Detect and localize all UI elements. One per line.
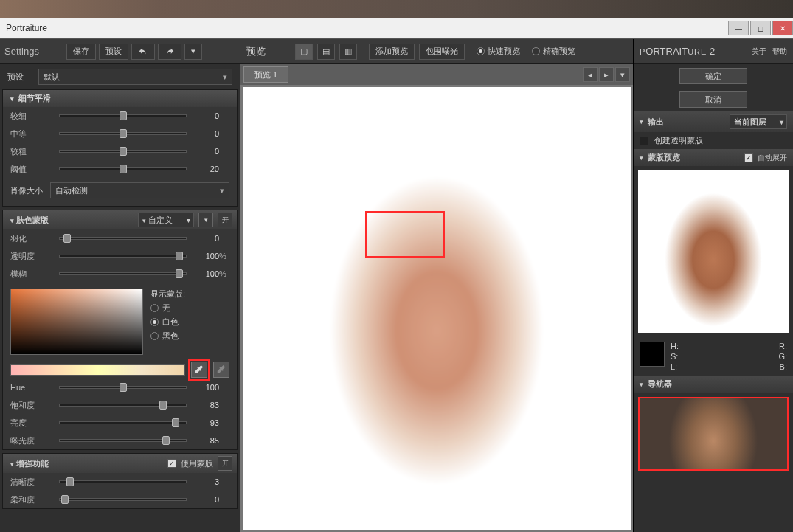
mask-preview-thumb[interactable] — [638, 170, 789, 333]
preview-header: 预览 ▢ ▤ ▥ 添加预览 包围曝光 快速预览 精确预览 — [240, 39, 633, 64]
about-link[interactable]: 关于 — [752, 46, 766, 57]
slider-exposure-track[interactable] — [59, 439, 187, 442]
slider-softness-track[interactable] — [59, 498, 187, 501]
add-preview-button[interactable]: 添加预览 — [369, 44, 415, 60]
skin-mode-dropdown[interactable]: 自定义 — [138, 213, 194, 227]
slider-hue: Hue 100 — [3, 379, 237, 396]
preset-button[interactable]: 预设 — [99, 44, 128, 60]
bracket-exposure-button[interactable]: 包围曝光 — [419, 44, 465, 60]
portrait-size-dropdown[interactable]: 自动检测 — [50, 182, 229, 198]
eyedropper-highlight — [188, 359, 210, 381]
slider-fine: 较细 0 — [3, 107, 237, 125]
detail-smooth-section: 细节平滑 较细 0 中等 0 较粗 0 阈值 20 肖像大 — [2, 89, 238, 207]
use-mask-checkbox[interactable]: ✓ — [167, 459, 176, 468]
skin-expand-button[interactable]: 开 — [218, 213, 232, 227]
view-split-h-button[interactable]: ▤ — [317, 44, 335, 60]
skin-mode-dropdown-arrow[interactable]: ▾ — [198, 213, 213, 227]
tab-menu-button[interactable]: ▾ — [615, 67, 630, 82]
hue-gradient[interactable] — [10, 364, 185, 376]
window-title-bar: Portraiture — ◻ ✕ — [0, 18, 793, 39]
preview-panel: 预览 ▢ ▤ ▥ 添加预览 包围曝光 快速预览 精确预览 预览 1 ◂ ▸ ▾ — [240, 39, 634, 532]
portrait-size-row: 肖像大小 自动检测 — [3, 178, 237, 206]
slider-exposure: 曝光度 85 — [3, 432, 237, 449]
window-controls: — ◻ ✕ — [727, 21, 793, 35]
preview-title: 预览 — [246, 45, 291, 58]
preview-area[interactable] — [240, 85, 633, 532]
mask-black[interactable]: 黑色 — [150, 331, 185, 342]
slider-coarse: 较粗 0 — [3, 142, 237, 160]
mask-none[interactable]: 无 — [150, 303, 185, 314]
fast-preview-radio[interactable]: 快速预览 — [477, 46, 520, 57]
hsl-readout: H:R: S:G: L:B: — [634, 337, 793, 376]
settings-header: Settings 保存 预设 ▾ — [0, 39, 240, 64]
navigator-header[interactable]: 导航器 — [634, 376, 793, 393]
eyedropper-button[interactable] — [191, 362, 207, 378]
redo-button[interactable] — [158, 44, 181, 60]
slider-feather-track[interactable] — [59, 237, 187, 240]
preset-dropdown[interactable]: 默认 — [38, 69, 232, 85]
help-link[interactable]: 帮助 — [772, 46, 787, 57]
slider-medium-track[interactable] — [59, 132, 187, 135]
history-dropdown[interactable]: ▾ — [184, 44, 202, 60]
slider-coarse-track[interactable] — [59, 150, 187, 153]
slider-fine-track[interactable] — [59, 114, 187, 117]
portrait-size-label: 肖像大小 — [10, 185, 43, 196]
right-panel: PORTRAITURE 2 关于 帮助 确定 取消 输出 当前图层 创建透明蒙版… — [634, 39, 793, 532]
skin-mask-header[interactable]: 肤色蒙版 自定义 ▾ 开 — [3, 210, 237, 229]
slider-sharpness: 清晰度 3 — [3, 473, 237, 491]
color-picker[interactable] — [10, 289, 143, 355]
face-image — [243, 87, 631, 530]
slider-sharpness-track[interactable] — [59, 480, 187, 483]
precise-preview-radio[interactable]: 精确预览 — [532, 46, 575, 57]
maximize-button[interactable]: ◻ — [750, 21, 771, 35]
brand-label: PORTRAITURE 2 — [640, 46, 715, 57]
show-mask-label: 显示蒙版: — [150, 289, 185, 300]
enhance-expand-button[interactable]: 开 — [218, 456, 232, 471]
tab-next-button[interactable]: ▸ — [599, 67, 614, 82]
enhance-section: 增强功能 ✓ 使用蒙版 开 清晰度 3 柔和度 0 — [2, 453, 238, 509]
slider-saturation-track[interactable] — [59, 404, 187, 407]
save-button[interactable]: 保存 — [66, 44, 96, 60]
skin-mask-section: 肤色蒙版 自定义 ▾ 开 羽化 0 透明度 100% 模糊 100% — [2, 210, 238, 450]
color-picker-area: 显示蒙版: 无 白色 黑色 — [3, 283, 237, 361]
sample-color-swatch — [640, 342, 665, 367]
tab-prev-button[interactable]: ◂ — [583, 67, 598, 82]
create-mask-row[interactable]: 创建透明蒙版 — [634, 132, 793, 149]
cancel-button[interactable]: 取消 — [679, 91, 747, 108]
main-layout: Settings 保存 预设 ▾ 预设 默认 细节平滑 较细 0 中等 0 — [0, 39, 793, 532]
close-button[interactable]: ✕ — [772, 21, 793, 35]
mask-preview-header[interactable]: 蒙版预览 ✓ 自动展开 — [634, 149, 793, 166]
slider-threshold-track[interactable] — [59, 167, 187, 170]
create-mask-checkbox[interactable] — [640, 137, 648, 145]
ok-button[interactable]: 确定 — [679, 68, 747, 84]
right-header: PORTRAITURE 2 关于 帮助 — [634, 39, 793, 64]
minimize-button[interactable]: — — [728, 21, 749, 35]
eyedropper-minus-button[interactable] — [213, 362, 229, 378]
auto-expand-checkbox[interactable]: ✓ — [744, 153, 753, 162]
view-single-button[interactable]: ▢ — [295, 44, 313, 60]
slider-hue-track[interactable] — [59, 386, 187, 389]
navigator-image — [640, 398, 787, 469]
output-dropdown[interactable]: 当前图层 — [730, 114, 787, 129]
navigator-thumb[interactable] — [638, 397, 789, 471]
tab-preview-1[interactable]: 预览 1 — [243, 66, 288, 83]
mask-white[interactable]: 白色 — [150, 317, 185, 328]
slider-opacity-track[interactable] — [59, 255, 187, 258]
output-header[interactable]: 输出 当前图层 — [634, 111, 793, 132]
preset-label: 预设 — [7, 72, 31, 83]
settings-panel: Settings 保存 预设 ▾ 预设 默认 细节平滑 较细 0 中等 0 — [0, 39, 240, 532]
slider-blur: 模糊 100% — [3, 265, 237, 283]
slider-threshold: 阈值 20 — [3, 160, 237, 178]
slider-saturation: 饱和度 83 — [3, 396, 237, 414]
detail-smooth-header[interactable]: 细节平滑 — [3, 90, 237, 107]
selection-box[interactable] — [365, 211, 445, 258]
view-split-v-button[interactable]: ▥ — [339, 44, 357, 60]
preview-canvas — [243, 87, 631, 530]
enhance-header[interactable]: 增强功能 ✓ 使用蒙版 开 — [3, 454, 237, 473]
slider-blur-track[interactable] — [59, 272, 187, 275]
hue-bar-row — [10, 363, 229, 376]
settings-title: Settings — [4, 46, 63, 57]
slider-brightness-track[interactable] — [59, 421, 187, 424]
background-strip — [0, 0, 793, 18]
undo-button[interactable] — [131, 44, 155, 60]
